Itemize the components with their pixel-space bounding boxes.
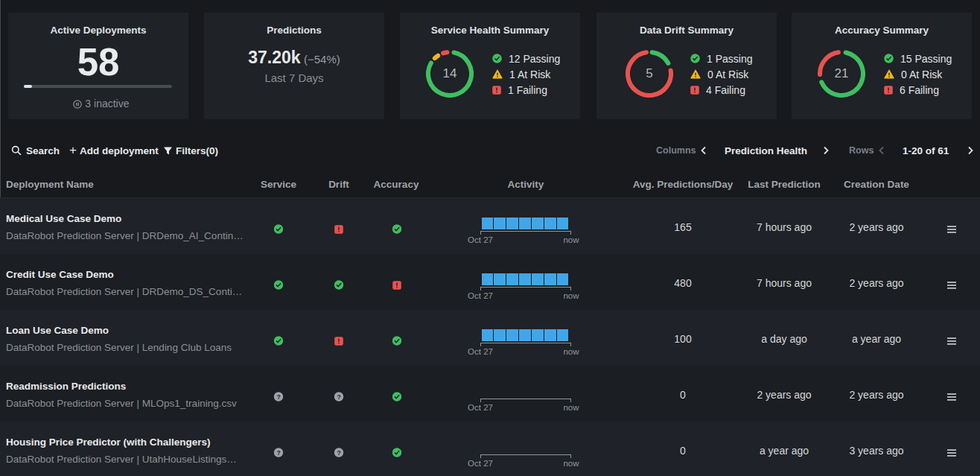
svg-text:?: ? [276, 449, 280, 457]
svg-text:?: ? [337, 449, 340, 457]
svg-text:?: ? [276, 393, 280, 401]
svg-text:?: ? [337, 393, 340, 401]
